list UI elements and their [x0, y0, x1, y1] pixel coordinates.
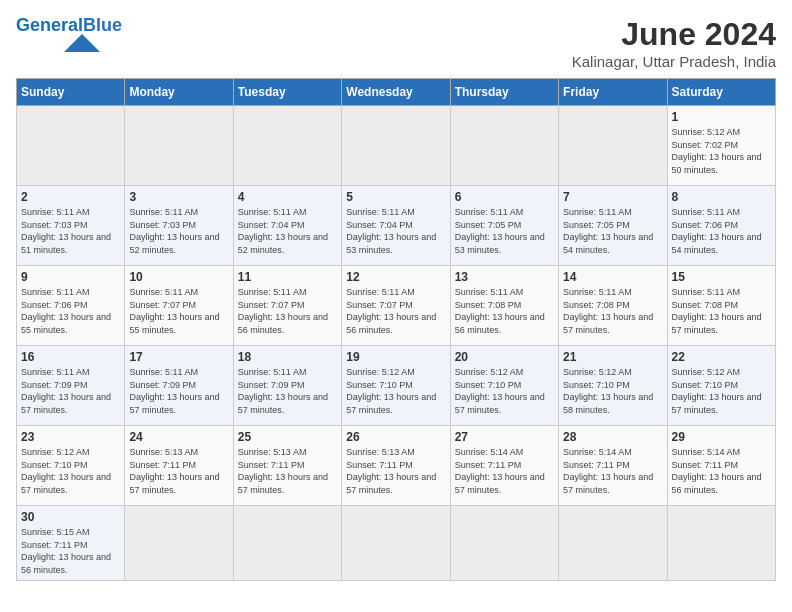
day-number: 8 — [672, 190, 771, 204]
day-number: 21 — [563, 350, 662, 364]
calendar-cell: 1Sunrise: 5:12 AMSunset: 7:02 PMDaylight… — [667, 106, 775, 186]
day-info: Sunrise: 5:11 AMSunset: 7:05 PMDaylight:… — [455, 206, 554, 256]
day-info: Sunrise: 5:11 AMSunset: 7:03 PMDaylight:… — [129, 206, 228, 256]
day-info: Sunrise: 5:14 AMSunset: 7:11 PMDaylight:… — [672, 446, 771, 496]
day-info: Sunrise: 5:11 AMSunset: 7:08 PMDaylight:… — [455, 286, 554, 336]
day-number: 2 — [21, 190, 120, 204]
calendar-cell: 9Sunrise: 5:11 AMSunset: 7:06 PMDaylight… — [17, 266, 125, 346]
day-info: Sunrise: 5:13 AMSunset: 7:11 PMDaylight:… — [346, 446, 445, 496]
day-info: Sunrise: 5:11 AMSunset: 7:09 PMDaylight:… — [129, 366, 228, 416]
calendar-cell: 13Sunrise: 5:11 AMSunset: 7:08 PMDayligh… — [450, 266, 558, 346]
day-number: 4 — [238, 190, 337, 204]
day-number: 6 — [455, 190, 554, 204]
day-number: 15 — [672, 270, 771, 284]
logo-general: General — [16, 15, 83, 35]
calendar-cell — [559, 506, 667, 581]
calendar-cell: 10Sunrise: 5:11 AMSunset: 7:07 PMDayligh… — [125, 266, 233, 346]
day-info: Sunrise: 5:12 AMSunset: 7:10 PMDaylight:… — [563, 366, 662, 416]
calendar-cell: 25Sunrise: 5:13 AMSunset: 7:11 PMDayligh… — [233, 426, 341, 506]
calendar-cell: 27Sunrise: 5:14 AMSunset: 7:11 PMDayligh… — [450, 426, 558, 506]
day-number: 7 — [563, 190, 662, 204]
day-number: 9 — [21, 270, 120, 284]
day-number: 1 — [672, 110, 771, 124]
calendar-cell: 8Sunrise: 5:11 AMSunset: 7:06 PMDaylight… — [667, 186, 775, 266]
calendar-cell: 26Sunrise: 5:13 AMSunset: 7:11 PMDayligh… — [342, 426, 450, 506]
day-number: 3 — [129, 190, 228, 204]
logo-icon — [64, 34, 100, 52]
calendar-cell — [667, 506, 775, 581]
day-number: 20 — [455, 350, 554, 364]
day-number: 5 — [346, 190, 445, 204]
calendar-cell — [342, 106, 450, 186]
calendar-cell: 7Sunrise: 5:11 AMSunset: 7:05 PMDaylight… — [559, 186, 667, 266]
day-info: Sunrise: 5:13 AMSunset: 7:11 PMDaylight:… — [238, 446, 337, 496]
day-info: Sunrise: 5:11 AMSunset: 7:06 PMDaylight:… — [21, 286, 120, 336]
calendar-cell — [450, 506, 558, 581]
calendar-cell — [559, 106, 667, 186]
title-area: June 2024 Kalinagar, Uttar Pradesh, Indi… — [572, 16, 776, 70]
calendar-cell: 12Sunrise: 5:11 AMSunset: 7:07 PMDayligh… — [342, 266, 450, 346]
day-number: 26 — [346, 430, 445, 444]
calendar-header-row: SundayMondayTuesdayWednesdayThursdayFrid… — [17, 79, 776, 106]
calendar-cell: 15Sunrise: 5:11 AMSunset: 7:08 PMDayligh… — [667, 266, 775, 346]
day-info: Sunrise: 5:12 AMSunset: 7:10 PMDaylight:… — [672, 366, 771, 416]
calendar-cell: 29Sunrise: 5:14 AMSunset: 7:11 PMDayligh… — [667, 426, 775, 506]
column-header-wednesday: Wednesday — [342, 79, 450, 106]
calendar-cell — [125, 506, 233, 581]
day-number: 22 — [672, 350, 771, 364]
day-info: Sunrise: 5:11 AMSunset: 7:03 PMDaylight:… — [21, 206, 120, 256]
day-info: Sunrise: 5:11 AMSunset: 7:05 PMDaylight:… — [563, 206, 662, 256]
logo: GeneralBlue — [16, 16, 122, 52]
day-number: 10 — [129, 270, 228, 284]
calendar-table: SundayMondayTuesdayWednesdayThursdayFrid… — [16, 78, 776, 581]
day-info: Sunrise: 5:15 AMSunset: 7:11 PMDaylight:… — [21, 526, 120, 576]
calendar-cell: 18Sunrise: 5:11 AMSunset: 7:09 PMDayligh… — [233, 346, 341, 426]
day-number: 25 — [238, 430, 337, 444]
day-info: Sunrise: 5:12 AMSunset: 7:10 PMDaylight:… — [455, 366, 554, 416]
day-info: Sunrise: 5:11 AMSunset: 7:09 PMDaylight:… — [21, 366, 120, 416]
column-header-saturday: Saturday — [667, 79, 775, 106]
day-info: Sunrise: 5:11 AMSunset: 7:04 PMDaylight:… — [238, 206, 337, 256]
day-info: Sunrise: 5:11 AMSunset: 7:07 PMDaylight:… — [238, 286, 337, 336]
day-info: Sunrise: 5:11 AMSunset: 7:09 PMDaylight:… — [238, 366, 337, 416]
calendar-cell: 28Sunrise: 5:14 AMSunset: 7:11 PMDayligh… — [559, 426, 667, 506]
calendar-cell: 2Sunrise: 5:11 AMSunset: 7:03 PMDaylight… — [17, 186, 125, 266]
column-header-friday: Friday — [559, 79, 667, 106]
calendar-cell — [450, 106, 558, 186]
calendar-cell: 4Sunrise: 5:11 AMSunset: 7:04 PMDaylight… — [233, 186, 341, 266]
column-header-sunday: Sunday — [17, 79, 125, 106]
day-number: 18 — [238, 350, 337, 364]
day-number: 30 — [21, 510, 120, 524]
day-number: 16 — [21, 350, 120, 364]
calendar-cell — [17, 106, 125, 186]
day-info: Sunrise: 5:13 AMSunset: 7:11 PMDaylight:… — [129, 446, 228, 496]
calendar-cell: 11Sunrise: 5:11 AMSunset: 7:07 PMDayligh… — [233, 266, 341, 346]
day-number: 12 — [346, 270, 445, 284]
calendar-cell: 3Sunrise: 5:11 AMSunset: 7:03 PMDaylight… — [125, 186, 233, 266]
day-number: 28 — [563, 430, 662, 444]
day-info: Sunrise: 5:11 AMSunset: 7:08 PMDaylight:… — [672, 286, 771, 336]
calendar-cell: 24Sunrise: 5:13 AMSunset: 7:11 PMDayligh… — [125, 426, 233, 506]
calendar-cell: 6Sunrise: 5:11 AMSunset: 7:05 PMDaylight… — [450, 186, 558, 266]
calendar-cell: 19Sunrise: 5:12 AMSunset: 7:10 PMDayligh… — [342, 346, 450, 426]
day-info: Sunrise: 5:11 AMSunset: 7:04 PMDaylight:… — [346, 206, 445, 256]
day-info: Sunrise: 5:12 AMSunset: 7:10 PMDaylight:… — [21, 446, 120, 496]
calendar-cell — [342, 506, 450, 581]
logo-blue: Blue — [83, 15, 122, 35]
calendar-cell: 21Sunrise: 5:12 AMSunset: 7:10 PMDayligh… — [559, 346, 667, 426]
calendar-cell — [125, 106, 233, 186]
calendar-cell: 23Sunrise: 5:12 AMSunset: 7:10 PMDayligh… — [17, 426, 125, 506]
day-info: Sunrise: 5:12 AMSunset: 7:02 PMDaylight:… — [672, 126, 771, 176]
day-info: Sunrise: 5:11 AMSunset: 7:06 PMDaylight:… — [672, 206, 771, 256]
day-number: 14 — [563, 270, 662, 284]
column-header-thursday: Thursday — [450, 79, 558, 106]
column-header-tuesday: Tuesday — [233, 79, 341, 106]
day-number: 23 — [21, 430, 120, 444]
calendar-cell — [233, 506, 341, 581]
page-title: June 2024 — [572, 16, 776, 53]
day-number: 19 — [346, 350, 445, 364]
day-number: 17 — [129, 350, 228, 364]
day-info: Sunrise: 5:14 AMSunset: 7:11 PMDaylight:… — [563, 446, 662, 496]
column-header-monday: Monday — [125, 79, 233, 106]
calendar-cell: 20Sunrise: 5:12 AMSunset: 7:10 PMDayligh… — [450, 346, 558, 426]
